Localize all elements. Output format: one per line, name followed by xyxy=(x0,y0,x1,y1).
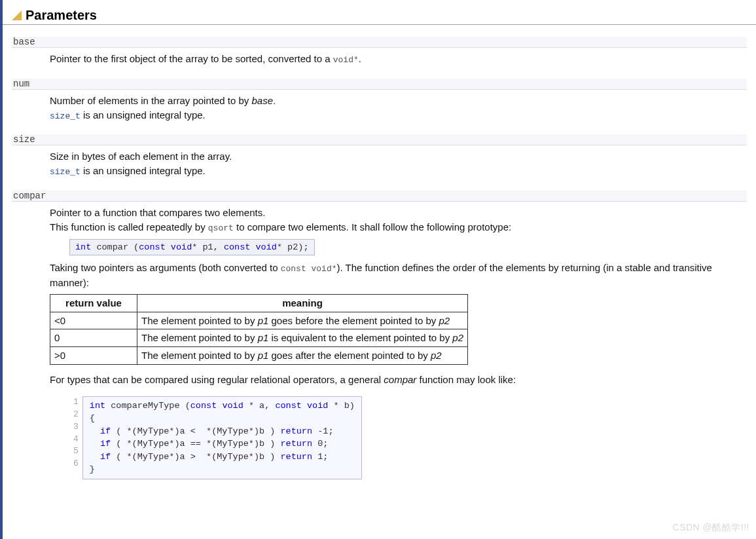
param-base-name: base xyxy=(12,37,747,48)
ruler-icon xyxy=(12,10,22,20)
code-inline: qsort xyxy=(208,223,234,233)
text: compar ( xyxy=(91,242,139,252)
text: . xyxy=(359,53,361,64)
param-size-desc: Size in bytes of each element in the arr… xyxy=(50,149,747,179)
text: to compare two elements. It shall follow… xyxy=(234,221,511,232)
prototype-box: int compar (const void* p1, const void* … xyxy=(69,239,315,256)
text: Pointer to the first object of the array… xyxy=(50,53,333,64)
code-inline: const void* xyxy=(281,264,337,274)
section-title: Parameters xyxy=(26,8,97,23)
type-link[interactable]: size_t xyxy=(50,167,81,177)
param-size-name: size xyxy=(12,134,747,145)
cell-rv: <0 xyxy=(50,312,137,329)
table-head-meaning: meaning xyxy=(137,294,468,312)
kw: const xyxy=(224,242,251,252)
param-base-desc: Pointer to the first object of the array… xyxy=(50,52,747,67)
param-num-name: num xyxy=(12,79,747,90)
text-italic: base xyxy=(252,95,274,106)
param-num-desc: Number of elements in the array pointed … xyxy=(50,94,747,123)
table-row: <0 The element pointed to by p1 goes bef… xyxy=(50,312,468,329)
table-row: >0 The element pointed to by p1 goes aft… xyxy=(50,347,468,365)
text: . xyxy=(273,95,276,106)
text-italic: compar xyxy=(384,374,416,385)
text: * p2); xyxy=(277,242,309,252)
text: is an unsigned integral type. xyxy=(81,165,206,176)
text: Size in bytes of each element in the arr… xyxy=(50,151,232,162)
text xyxy=(250,242,255,252)
text: is an unsigned integral type. xyxy=(81,109,206,121)
code-inline: void* xyxy=(333,55,359,65)
kw: const xyxy=(139,242,166,252)
text: function may look like: xyxy=(416,374,516,385)
parameters-list: base Pointer to the first object of the … xyxy=(3,37,756,483)
param-compar-desc: Pointer to a function that compares two … xyxy=(50,206,747,483)
type-link[interactable]: size_t xyxy=(50,111,81,121)
text: Number of elements in the array pointed … xyxy=(50,95,252,106)
cell-rv: 0 xyxy=(50,329,137,347)
text xyxy=(166,242,171,252)
section-header: Parameters xyxy=(3,0,756,25)
code-body: int compareMyType (const void * a, const… xyxy=(82,396,361,479)
kw: void xyxy=(256,242,277,252)
cell-meaning: The element pointed to by p1 is equivale… xyxy=(137,329,468,347)
kw: void xyxy=(171,242,192,252)
param-compar-name: compar xyxy=(12,191,747,202)
line-numbers: 1 2 3 4 5 6 xyxy=(69,396,82,479)
watermark: CSDN @酷酷学!!! xyxy=(673,522,749,534)
cell-meaning: The element pointed to by p1 goes before… xyxy=(137,312,468,329)
cell-meaning: The element pointed to by p1 goes after … xyxy=(137,347,468,365)
cell-rv: >0 xyxy=(50,347,137,365)
table-row: 0 The element pointed to by p1 is equiva… xyxy=(50,329,468,347)
text: Taking two pointers as arguments (both c… xyxy=(50,262,281,273)
table-head-return: return value xyxy=(50,294,137,312)
code-example: 1 2 3 4 5 6 int compareMyType (const voi… xyxy=(69,396,362,479)
kw: int xyxy=(75,242,91,252)
text: Pointer to a function that compares two … xyxy=(50,207,265,218)
return-value-table: return value meaning <0 The element poin… xyxy=(50,294,468,365)
text: * p1, xyxy=(192,242,224,252)
text: For types that can be compared using reg… xyxy=(50,374,384,385)
text: This function is called repeatedly by xyxy=(50,221,208,232)
